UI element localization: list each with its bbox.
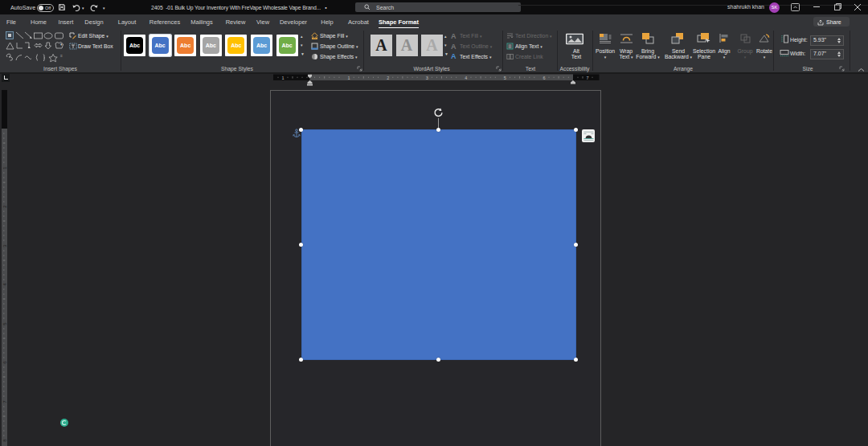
svg-text:4: 4 — [2, 283, 7, 286]
svg-text:2: 2 — [2, 205, 7, 208]
svg-text:2: 2 — [387, 76, 389, 80]
svg-text:6: 6 — [2, 361, 7, 364]
svg-text:3: 3 — [426, 76, 428, 80]
svg-text:8: 8 — [2, 439, 7, 442]
svg-text:5: 5 — [504, 76, 506, 80]
svg-text:4: 4 — [465, 76, 467, 80]
svg-text:7: 7 — [2, 400, 7, 403]
svg-text:1: 1 — [348, 76, 350, 80]
svg-text:1: 1 — [2, 166, 7, 170]
svg-text:5: 5 — [2, 322, 7, 325]
svg-text:1: 1 — [281, 76, 284, 80]
svg-text:7: 7 — [586, 76, 588, 80]
svg-text:3: 3 — [2, 244, 7, 248]
svg-text:6: 6 — [542, 76, 545, 80]
